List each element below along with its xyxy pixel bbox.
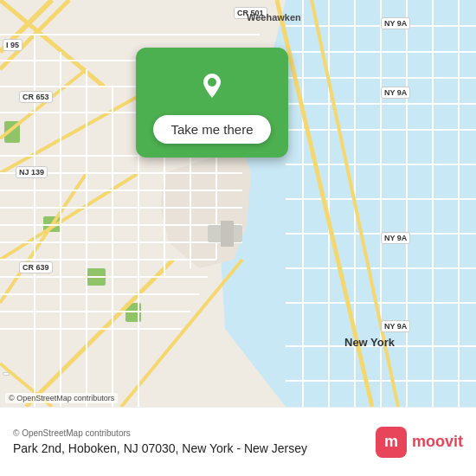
attribution-text: © OpenStreetMap contributors [13, 428, 307, 438]
road-label-ny9a-bot1: NY 9A [381, 232, 410, 244]
location-address: Park 2nd, Hoboken, NJ 07030, New York - … [13, 441, 307, 455]
moovit-logo: m moovit [376, 427, 463, 458]
road-label-ny9a-bot2: NY 9A [381, 320, 410, 332]
road-label-i95: I 95 [3, 39, 23, 51]
road-label-nj139: NJ 139 [16, 166, 48, 178]
take-me-there-button[interactable]: Take me there [153, 115, 270, 144]
location-pin-icon [193, 67, 231, 105]
pin-overlay: Take me there [134, 48, 290, 158]
road-label-cr639: CR 639 [19, 261, 53, 273]
svg-point-65 [208, 78, 216, 87]
map-attribution: © OpenStreetMap contributors [5, 393, 118, 403]
road-label-ny9a-top: NY 9A [381, 17, 410, 29]
map-label-new-york: New York [344, 336, 395, 349]
pin-card: Take me there [136, 48, 287, 158]
road-label-cr653: CR 653 [19, 91, 53, 103]
bottom-left-info: © OpenStreetMap contributors Park 2nd, H… [13, 428, 307, 455]
map-label-weehawken: Weehawken [247, 12, 301, 23]
bottom-bar: © OpenStreetMap contributors Park 2nd, H… [0, 407, 476, 476]
map-container: CR 501 NY 9A CR 653 NY 9A I 95 NJ 139 CR… [0, 0, 476, 407]
moovit-icon: m [376, 427, 407, 458]
road-label-r500 [3, 372, 10, 376]
moovit-brand-text: moovit [412, 433, 463, 451]
road-label-ny9a-mid: NY 9A [381, 87, 410, 99]
